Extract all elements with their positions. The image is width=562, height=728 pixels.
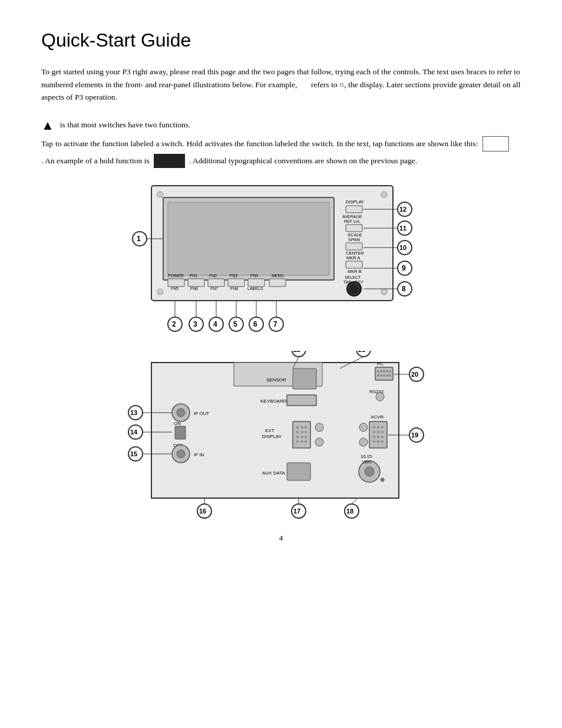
svg-text:ON: ON bbox=[174, 421, 181, 426]
svg-point-112 bbox=[301, 436, 303, 438]
svg-point-136 bbox=[359, 438, 368, 446]
svg-text:FN4: FN4 bbox=[250, 274, 258, 278]
svg-text:10: 10 bbox=[399, 244, 406, 251]
svg-text:FN2: FN2 bbox=[209, 274, 217, 278]
svg-text:11: 11 bbox=[399, 225, 406, 232]
svg-point-107 bbox=[305, 426, 307, 429]
svg-text:POWER: POWER bbox=[168, 274, 183, 278]
svg-point-3 bbox=[157, 289, 163, 295]
svg-text:REF LVL: REF LVL bbox=[344, 219, 361, 223]
svg-text:KEYBOARD: KEYBOARD bbox=[260, 398, 287, 404]
svg-text:22: 22 bbox=[293, 351, 300, 353]
intro-paragraph: To get started using your P3 right away,… bbox=[41, 65, 521, 104]
svg-text:4: 4 bbox=[213, 320, 217, 328]
svg-text:FN7: FN7 bbox=[210, 286, 218, 291]
warning-description: Tap to activate the function labeled a s… bbox=[41, 136, 521, 168]
svg-text:6: 6 bbox=[253, 320, 257, 328]
svg-text:3: 3 bbox=[193, 320, 197, 328]
svg-line-161 bbox=[352, 498, 358, 504]
svg-point-80 bbox=[377, 370, 379, 373]
svg-point-110 bbox=[305, 431, 307, 433]
svg-point-140 bbox=[365, 467, 374, 476]
svg-point-106 bbox=[301, 426, 303, 429]
svg-text:LABELS: LABELS bbox=[247, 286, 263, 291]
svg-text:17: 17 bbox=[293, 508, 300, 515]
svg-point-82 bbox=[383, 370, 385, 373]
svg-text:SENSOR: SENSOR bbox=[266, 377, 286, 383]
svg-text:MKR B: MKR B bbox=[348, 269, 362, 274]
svg-point-81 bbox=[380, 370, 382, 373]
svg-text:13: 13 bbox=[130, 409, 137, 416]
svg-text:10-15: 10-15 bbox=[361, 454, 372, 459]
page-number: 4 bbox=[41, 533, 521, 543]
svg-point-88 bbox=[386, 374, 388, 377]
svg-point-21 bbox=[349, 284, 359, 294]
svg-rect-32 bbox=[228, 279, 244, 286]
svg-text:FN3: FN3 bbox=[230, 274, 237, 278]
svg-point-109 bbox=[301, 431, 303, 433]
svg-point-2 bbox=[381, 192, 387, 197]
svg-text:7: 7 bbox=[273, 320, 277, 328]
svg-text:18: 18 bbox=[346, 508, 353, 515]
svg-text:14: 14 bbox=[130, 429, 138, 436]
svg-text:1: 1 bbox=[137, 235, 141, 243]
svg-rect-26 bbox=[188, 279, 204, 286]
warning-section: ▲ is that most switches have two functio… bbox=[41, 114, 521, 169]
svg-rect-119 bbox=[369, 421, 387, 448]
svg-point-116 bbox=[305, 440, 307, 443]
svg-point-83 bbox=[386, 370, 388, 373]
svg-point-120 bbox=[373, 426, 375, 429]
svg-text:IF OUT: IF OUT bbox=[194, 411, 209, 416]
page-title: Quick-Start Guide bbox=[41, 29, 521, 51]
svg-rect-10 bbox=[346, 225, 362, 232]
svg-text:16: 16 bbox=[199, 508, 206, 515]
svg-point-114 bbox=[296, 440, 299, 443]
svg-rect-13 bbox=[346, 243, 362, 250]
svg-point-108 bbox=[296, 431, 299, 433]
svg-text:2: 2 bbox=[172, 320, 176, 328]
svg-text:VDC: VDC bbox=[362, 459, 372, 465]
svg-point-84 bbox=[389, 370, 391, 373]
svg-text:⊕: ⊕ bbox=[380, 476, 385, 483]
svg-rect-23 bbox=[168, 279, 184, 286]
svg-rect-16 bbox=[346, 261, 362, 268]
svg-point-125 bbox=[381, 431, 384, 433]
svg-text:XCVR: XCVR bbox=[371, 414, 384, 420]
svg-point-85 bbox=[377, 374, 379, 377]
svg-text:AVERAGE: AVERAGE bbox=[342, 215, 362, 219]
front-panel-wrapper: DISPLAY AVERAGE REF LVL SCALE SPAN CENTE… bbox=[116, 180, 446, 345]
rear-panel-wrapper: SENSOR PC KEYBOARD RS232 bbox=[116, 351, 446, 522]
svg-text:19: 19 bbox=[411, 431, 418, 439]
svg-point-1 bbox=[157, 192, 163, 197]
svg-point-127 bbox=[377, 436, 379, 438]
svg-point-102 bbox=[177, 450, 185, 458]
svg-text:AUX DATA: AUX DATA bbox=[262, 470, 285, 476]
svg-point-89 bbox=[389, 374, 391, 377]
svg-text:MENU: MENU bbox=[272, 274, 284, 278]
front-panel-diagram: DISPLAY AVERAGE REF LVL SCALE SPAN CENTE… bbox=[116, 180, 446, 345]
svg-point-133 bbox=[315, 423, 323, 431]
svg-text:IF IN: IF IN bbox=[194, 452, 204, 457]
svg-text:FN5: FN5 bbox=[171, 286, 178, 291]
svg-rect-6 bbox=[168, 202, 329, 275]
svg-point-105 bbox=[296, 426, 299, 429]
svg-rect-77 bbox=[293, 368, 316, 389]
svg-point-86 bbox=[380, 374, 382, 377]
hold-example bbox=[154, 154, 185, 168]
svg-point-121 bbox=[377, 426, 379, 429]
svg-text:21: 21 bbox=[358, 351, 365, 353]
svg-text:FN1: FN1 bbox=[190, 274, 197, 278]
svg-point-135 bbox=[359, 423, 368, 431]
svg-point-129 bbox=[373, 440, 375, 443]
svg-rect-104 bbox=[293, 421, 310, 448]
svg-point-124 bbox=[377, 431, 379, 433]
svg-rect-137 bbox=[287, 463, 310, 480]
svg-text:SPAN: SPAN bbox=[348, 237, 360, 242]
svg-point-111 bbox=[296, 436, 299, 438]
svg-point-87 bbox=[383, 374, 385, 377]
svg-rect-98 bbox=[175, 426, 186, 439]
warning-icon: ▲ bbox=[41, 114, 54, 136]
rear-panel-diagram: SENSOR PC KEYBOARD RS232 bbox=[116, 351, 446, 525]
svg-text:SELECT: SELECT bbox=[345, 275, 361, 279]
svg-point-126 bbox=[373, 436, 375, 438]
